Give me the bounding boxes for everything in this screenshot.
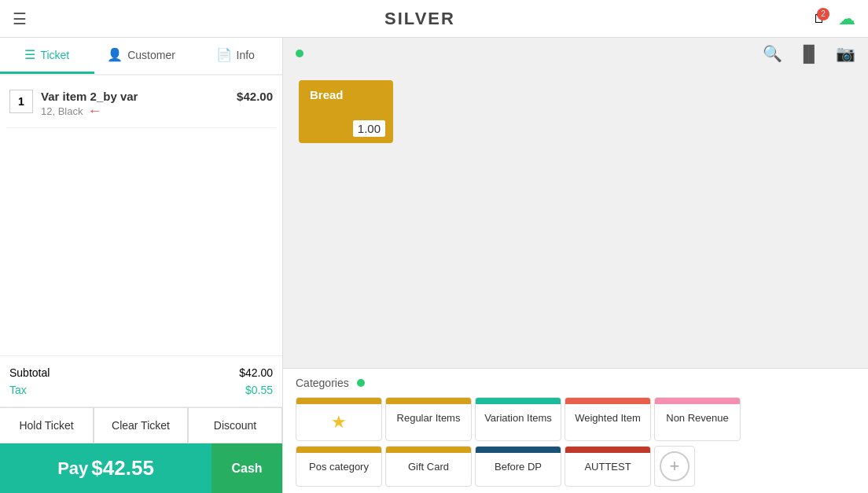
bread-item-card[interactable]: Bread 1.00 [299, 80, 393, 143]
categories-section: Categories ★ Regular Items Variation Ite… [283, 368, 868, 493]
star-icon: ★ [325, 404, 353, 440]
card-name: Bread [310, 88, 382, 101]
tab-info[interactable]: 📄 Info [188, 38, 282, 74]
category-regular-items[interactable]: Regular Items [385, 397, 472, 441]
clear-ticket-button[interactable]: Clear Ticket [94, 407, 188, 443]
header-right: 🗒 2 ☁ [813, 9, 855, 29]
pay-amount: $42.55 [91, 456, 154, 480]
ticket-content: 1 Var item 2_by var 12, Black ← $42.00 [0, 75, 282, 355]
category-label: Non Revenue [660, 404, 735, 432]
category-label: Weighted Item [568, 404, 647, 432]
categories-label: Categories [296, 377, 349, 389]
item-price: $42.00 [237, 90, 273, 103]
tab-ticket[interactable]: ☰ Ticket [0, 38, 94, 74]
cat-bar [565, 398, 650, 404]
status-dot [296, 50, 303, 57]
cat-bar [476, 398, 561, 404]
subtotal-label: Subtotal [9, 366, 50, 379]
cloud-icon[interactable]: ☁ [838, 9, 855, 29]
tab-info-label: Info [237, 49, 255, 61]
customer-icon: 👤 [107, 47, 123, 62]
notification-count: 2 [817, 8, 829, 20]
action-buttons: Hold Ticket Clear Ticket Discount [0, 407, 282, 443]
right-topbar: 🔍 ▐▌ 📷 [283, 38, 868, 69]
tab-ticket-label: Ticket [40, 49, 69, 61]
totals-section: Subtotal $42.00 Tax $0.55 [0, 355, 282, 407]
app-title: SILVER [384, 9, 455, 29]
ticket-icon: ☰ [24, 47, 35, 62]
category-label: Pos category [303, 453, 375, 480]
pay-label: Pay [57, 458, 88, 479]
cat-bar [296, 447, 381, 453]
category-label: Before DP [488, 453, 548, 480]
category-favorites[interactable]: ★ [296, 397, 382, 441]
cat-bar [476, 447, 561, 453]
hold-ticket-button[interactable]: Hold Ticket [0, 407, 94, 443]
add-category-button[interactable]: + [654, 446, 695, 487]
category-label: AUTTEST [578, 453, 637, 480]
cat-bar [655, 398, 740, 404]
pay-row: Pay $42.55 Cash [0, 443, 282, 493]
categories-status-dot [357, 379, 365, 387]
subtotal-row: Subtotal $42.00 [9, 364, 273, 381]
category-label: Variation Items [478, 404, 558, 432]
item-details: Var item 2_by var 12, Black ← [41, 90, 237, 120]
cat-bar [386, 398, 471, 404]
info-icon: 📄 [216, 47, 232, 62]
tax-value: $0.55 [245, 384, 273, 396]
category-pos[interactable]: Pos category [296, 446, 382, 487]
item-quantity: 1 [9, 90, 33, 113]
categories-header: Categories [296, 377, 855, 389]
category-weighted-item[interactable]: Weighted Item [565, 397, 651, 441]
tab-customer[interactable]: 👤 Customer [94, 38, 189, 74]
card-quantity: 1.00 [353, 120, 385, 137]
tab-customer-label: Customer [127, 49, 175, 61]
cat-bar [565, 447, 650, 453]
plus-icon: + [660, 451, 690, 481]
barcode-icon[interactable]: ▐▌ [798, 45, 820, 63]
item-variant: 12, Black ← [41, 103, 237, 120]
left-panel: ☰ Ticket 👤 Customer 📄 Info 1 Var item 2_… [0, 38, 283, 493]
header-left: ☰ [13, 9, 27, 28]
header: ☰ SILVER 🗒 2 ☁ [0, 0, 868, 38]
cat-bar [296, 398, 381, 404]
category-row-2: Pos category Gift Card Before DP AUTTEST… [296, 446, 855, 487]
category-label: Regular Items [391, 404, 467, 432]
cat-bar [386, 447, 471, 453]
pay-button[interactable]: Pay $42.55 [0, 443, 211, 493]
cash-button[interactable]: Cash [211, 443, 282, 493]
tab-bar: ☰ Ticket 👤 Customer 📄 Info [0, 38, 282, 75]
items-area: Bread 1.00 [283, 69, 868, 368]
category-auttest[interactable]: AUTTEST [565, 446, 651, 487]
right-panel: 🔍 ▐▌ 📷 Bread 1.00 Categories [283, 38, 868, 493]
search-icon[interactable]: 🔍 [763, 44, 782, 63]
category-row-1: ★ Regular Items Variation Items Weighted… [296, 397, 855, 441]
category-non-revenue[interactable]: Non Revenue [654, 397, 741, 441]
variant-arrow-icon: ← [87, 103, 101, 120]
tax-label: Tax [9, 384, 27, 396]
notification-button[interactable]: 🗒 2 [813, 12, 826, 26]
camera-icon[interactable]: 📷 [836, 44, 855, 63]
main-layout: ☰ Ticket 👤 Customer 📄 Info 1 Var item 2_… [0, 38, 868, 493]
tax-row: Tax $0.55 [9, 381, 273, 399]
category-before-dp[interactable]: Before DP [475, 446, 561, 487]
discount-button[interactable]: Discount [188, 407, 282, 443]
hamburger-icon[interactable]: ☰ [13, 9, 27, 28]
category-variation-items[interactable]: Variation Items [475, 397, 561, 441]
right-topbar-icons: 🔍 ▐▌ 📷 [763, 44, 855, 63]
category-label: Gift Card [402, 453, 455, 480]
ticket-item[interactable]: 1 Var item 2_by var 12, Black ← $42.00 [6, 82, 276, 128]
item-name: Var item 2_by var [41, 90, 237, 103]
subtotal-value: $42.00 [239, 366, 273, 379]
category-gift-card[interactable]: Gift Card [385, 446, 472, 487]
